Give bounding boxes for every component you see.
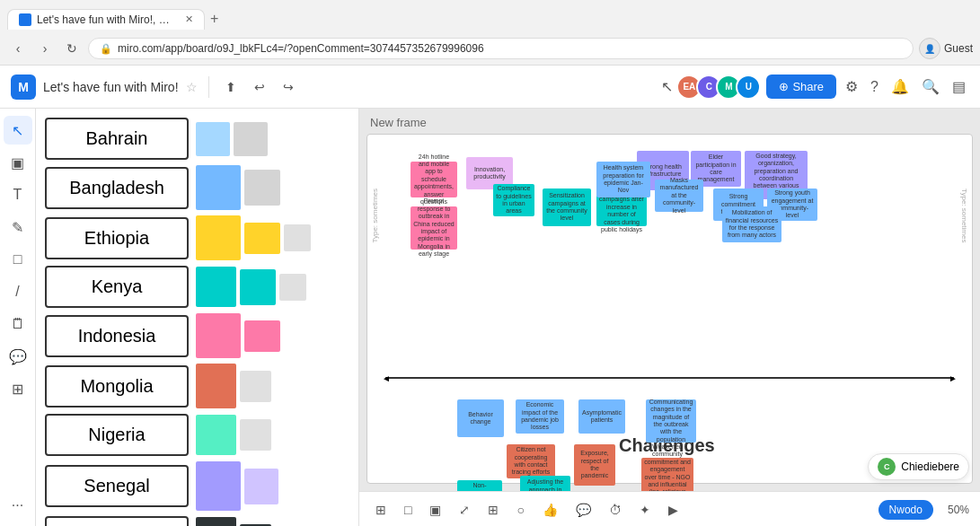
main-area: ↖ ▣ T ✎ □ / 🗒 💬 ⊞ ··· Bahrain xyxy=(0,109,980,526)
toolbar-divider xyxy=(208,76,209,98)
sticky-note[interactable] xyxy=(196,461,241,511)
canvas-frame: cesses Type: sometimes Type: sometimes ◄… xyxy=(366,134,973,484)
country-row-bangladesh: Bangladesh xyxy=(45,165,349,210)
sparkle-button[interactable]: ✦ xyxy=(634,499,656,521)
chiediebere-badge: C Chiediebere xyxy=(868,453,969,480)
line-tool[interactable]: / xyxy=(4,277,32,306)
notification-icon[interactable]: 🔔 xyxy=(887,75,913,99)
chiediebere-name: Chiediebere xyxy=(901,460,959,473)
indonesia-button[interactable]: Indonesia xyxy=(45,315,189,357)
share-button[interactable]: ⊕ Share xyxy=(766,75,836,99)
cursor-tool[interactable]: ↖ xyxy=(4,116,32,145)
upload-button[interactable]: ⬆ xyxy=(220,76,242,98)
frames-tool[interactable]: ▣ xyxy=(4,148,32,177)
undo-button[interactable]: ↩ xyxy=(249,76,270,98)
sticky-note[interactable] xyxy=(244,469,278,504)
timer-button[interactable]: ⏱ xyxy=(604,499,627,521)
bangladesh-button[interactable]: Bangladesh xyxy=(45,167,189,209)
note-tool[interactable]: 🗒 xyxy=(4,310,32,338)
canvas-note[interactable]: Masks manufactured at the community-leve… xyxy=(655,180,703,212)
share-icon: ⊕ xyxy=(779,80,789,93)
sticky-note[interactable] xyxy=(196,215,241,260)
canvas-note[interactable]: Sensitization campaigns at the community… xyxy=(543,188,591,226)
sticky-note[interactable] xyxy=(279,274,306,301)
ethiopia-button[interactable]: Ethiopia xyxy=(45,217,189,259)
address-text: miro.com/app/board/o9J_lbkFLc4=/?openCom… xyxy=(118,42,484,55)
canvas-note[interactable]: Prompt response to outbreak in China red… xyxy=(411,206,457,250)
apps-tool[interactable]: ⊞ xyxy=(4,374,32,403)
cursor-icon[interactable]: ↖ xyxy=(658,75,676,99)
tab-close-button[interactable]: ✕ xyxy=(185,13,193,25)
canvas-note[interactable]: Asymptomatic patients xyxy=(578,399,625,434)
canvas-note[interactable]: Mobilization of financial resources for … xyxy=(722,206,781,242)
sticky-note[interactable] xyxy=(240,269,276,305)
bangladesh-stickies xyxy=(196,165,280,210)
canvas-note[interactable]: Exposure, respect of the pandemic xyxy=(574,444,615,486)
sticky-note[interactable] xyxy=(196,313,241,358)
sticky-note[interactable] xyxy=(240,371,271,402)
profile-icon[interactable]: 👤 xyxy=(919,38,940,59)
reload-button[interactable]: ↻ xyxy=(61,38,83,59)
canvas-note[interactable]: Compliance to guidelines in urban areas xyxy=(493,184,534,216)
nwodo-comment[interactable]: Nwodo xyxy=(878,500,933,520)
canvas-note[interactable]: Health system preparation for epidemic J… xyxy=(596,162,650,197)
pen-tool[interactable]: ✎ xyxy=(4,213,32,241)
sticky-note[interactable] xyxy=(234,122,268,156)
senegal-button[interactable]: Senegal xyxy=(45,465,189,507)
sticky-note[interactable] xyxy=(196,122,230,156)
highlight-button[interactable]: ▶ xyxy=(663,499,684,521)
address-bar[interactable]: 🔒 miro.com/app/board/o9J_lbkFLc4=/?openC… xyxy=(88,38,914,59)
active-tab[interactable]: Let's have fun with Miro!, Online... ✕ xyxy=(7,9,205,30)
settings-icon[interactable]: ⚙ xyxy=(842,75,861,99)
connect-button[interactable]: ⤢ xyxy=(454,499,475,521)
more-tools[interactable]: ··· xyxy=(4,491,32,520)
sticky-button[interactable]: □ xyxy=(399,499,417,521)
bahrain-button[interactable]: Bahrain xyxy=(45,118,189,160)
canvas-note[interactable]: Citizen not cooperating with contact tra… xyxy=(507,444,555,478)
shape-tool[interactable]: □ xyxy=(4,245,32,274)
sticky-note[interactable] xyxy=(196,517,236,526)
star-icon[interactable]: ☆ xyxy=(186,80,198,94)
zoom-level: 50% xyxy=(948,504,969,516)
tab-bar: Let's have fun with Miro!, Online... ✕ + xyxy=(0,0,980,32)
redo-button[interactable]: ↪ xyxy=(278,76,299,98)
frame-button[interactable]: ▣ xyxy=(424,499,446,521)
back-button[interactable]: ‹ xyxy=(7,38,29,59)
others-button[interactable]: Others xyxy=(45,516,189,526)
new-tab-button[interactable]: + xyxy=(205,11,224,27)
panel-icon[interactable]: ▤ xyxy=(949,75,969,99)
canvas-note[interactable]: Economic impact of the pandemic job loss… xyxy=(516,399,564,434)
sticky-note[interactable] xyxy=(196,364,236,408)
chat-button[interactable]: 💬 xyxy=(570,499,596,521)
sticky-note[interactable] xyxy=(284,224,311,251)
sticky-note[interactable] xyxy=(240,419,271,451)
sticky-note[interactable] xyxy=(196,415,236,455)
country-row-kenya: Kenya xyxy=(45,266,349,308)
sticky-note[interactable] xyxy=(196,165,241,210)
canvas-note[interactable]: Behavior change xyxy=(457,399,504,437)
grid-view-button[interactable]: ⊞ xyxy=(370,499,392,521)
shape-button[interactable]: ○ xyxy=(511,499,529,521)
miro-logo-mark: M xyxy=(11,75,36,100)
canvas-area[interactable]: New frame cesses Type: sometimes Type: s… xyxy=(359,109,980,526)
tab-favicon xyxy=(19,13,31,26)
kenya-button[interactable]: Kenya xyxy=(45,266,189,308)
board-title: Let's have fun with Miro! xyxy=(43,80,179,94)
sticky-note[interactable] xyxy=(244,170,280,206)
canvas-note[interactable]: Communicating changes in the magnitude o… xyxy=(646,399,696,443)
sticky-note[interactable] xyxy=(196,267,236,307)
sidebar-panel: Bahrain Bangladesh Ethiopia xyxy=(36,109,359,526)
like-button[interactable]: 👍 xyxy=(537,499,563,521)
nwodo-name: Nwodo xyxy=(889,504,923,516)
nigeria-button[interactable]: Nigeria xyxy=(45,414,189,456)
sticky-note[interactable] xyxy=(244,320,280,352)
canvas-note[interactable]: 24h hotline and mobile app to schedule a… xyxy=(411,162,457,197)
table-button[interactable]: ⊞ xyxy=(482,499,504,521)
sticky-note[interactable] xyxy=(244,223,280,254)
help-icon[interactable]: ? xyxy=(867,75,882,99)
forward-button[interactable]: › xyxy=(34,38,56,59)
text-tool[interactable]: T xyxy=(4,180,32,209)
mongolia-button[interactable]: Mongolia xyxy=(45,365,189,408)
search-icon[interactable]: 🔍 xyxy=(918,75,943,99)
comment-tool[interactable]: 💬 xyxy=(4,342,32,371)
